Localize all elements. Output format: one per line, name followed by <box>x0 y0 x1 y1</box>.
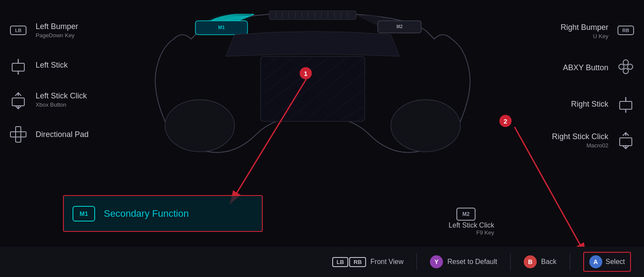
secondary-function-box[interactable]: M1 Secondary Function <box>63 195 263 232</box>
m2-badge: M2 <box>456 208 476 221</box>
select-label: Select <box>606 258 625 266</box>
bottom-bar: LB RB Front View Y Reset to Default B Ba… <box>0 247 644 277</box>
right-stick-item[interactable]: Right Stick <box>562 86 644 122</box>
left-stick-text: Left Stick <box>36 61 68 70</box>
secondary-function-label: Secondary Function <box>104 208 189 219</box>
left-bumper-label: Left Bumper <box>36 22 78 31</box>
dpad-label: Directional Pad <box>36 130 89 139</box>
svg-point-27 <box>165 100 234 152</box>
left-stick-click-icon <box>9 90 28 109</box>
a-button-icon: A <box>589 255 602 268</box>
right-stick-click-icon <box>616 130 635 151</box>
back-label: Back <box>541 258 557 266</box>
left-panel: LB Left Bumper PageDown Key Left Stick <box>0 13 148 152</box>
back-item[interactable]: B Back <box>524 255 557 268</box>
svg-point-28 <box>391 100 460 152</box>
right-bumper-label: Right Bumper <box>561 23 608 32</box>
m1-badge: M1 <box>73 206 95 222</box>
separator-3 <box>570 253 570 270</box>
svg-rect-6 <box>12 98 24 106</box>
right-bumper-text: Right Bumper U Key <box>561 23 608 39</box>
left-stick-item[interactable]: Left Stick <box>0 48 148 82</box>
select-item[interactable]: A Select <box>583 252 631 272</box>
svg-text:M2: M2 <box>396 24 403 29</box>
reset-item[interactable]: Y Reset to Default <box>430 255 497 268</box>
abxy-text: ABXY Button <box>563 63 608 72</box>
dpad-text: Directional Pad <box>36 130 89 139</box>
right-panel: RB Right Bumper U Key ABXY Button <box>496 13 644 159</box>
right-stick-click-sublabel: Macro02 <box>586 142 608 149</box>
left-stick-click-bottom-label: Left Stick Click <box>449 222 494 229</box>
right-stick-click-text: Right Stick Click Macro02 <box>552 132 608 149</box>
right-stick-click-label: Right Stick Click <box>552 132 608 141</box>
left-bumper-icon: LB <box>9 21 28 40</box>
separator-1 <box>416 253 417 270</box>
controller-area: M1 M2 <box>148 4 478 169</box>
lb-badge: LB <box>332 257 348 267</box>
dpad-icon <box>9 125 28 144</box>
left-bumper-item[interactable]: LB Left Bumper PageDown Key <box>0 13 148 48</box>
right-stick-text: Right Stick <box>571 100 608 109</box>
left-stick-click-item[interactable]: Left Stick Click Xbox Button <box>0 82 148 117</box>
right-bumper-icon: RB <box>616 21 635 42</box>
left-stick-icon <box>9 55 28 75</box>
lb-rb-badges: LB RB <box>332 257 366 267</box>
right-stick-icon <box>616 94 635 114</box>
dpad-item[interactable]: Directional Pad <box>0 117 148 152</box>
number-badge-2: 2 <box>499 115 512 127</box>
left-bumper-sublabel: PageDown Key <box>36 32 78 39</box>
svg-point-49 <box>623 68 628 74</box>
abxy-icon <box>616 57 635 78</box>
svg-rect-3 <box>12 63 24 71</box>
svg-rect-54 <box>620 138 632 146</box>
svg-text:LB: LB <box>15 28 22 33</box>
svg-point-47 <box>627 64 633 69</box>
abxy-label: ABXY Button <box>563 63 608 72</box>
front-view-label: Front View <box>370 258 403 266</box>
number-badge-1: 1 <box>300 67 312 79</box>
svg-rect-9 <box>10 132 26 137</box>
left-stick-click-bottom-area: Left Stick Click F9 Key <box>449 222 494 236</box>
right-stick-label: Right Stick <box>571 100 608 109</box>
left-stick-click-label: Left Stick Click <box>36 91 87 101</box>
reset-label: Reset to Default <box>447 258 497 266</box>
svg-text:RB: RB <box>622 28 629 33</box>
b-button-icon: B <box>524 255 537 268</box>
right-stick-click-item[interactable]: Right Stick Click Macro02 <box>543 122 644 159</box>
svg-point-48 <box>619 64 624 69</box>
left-stick-click-sublabel: Xbox Button <box>36 101 87 108</box>
separator-2 <box>510 253 511 270</box>
svg-rect-8 <box>16 127 21 142</box>
svg-rect-51 <box>620 101 632 109</box>
left-stick-click-text: Left Stick Click Xbox Button <box>36 91 87 108</box>
controller-svg: M1 M2 <box>148 4 478 165</box>
svg-rect-29 <box>261 56 365 121</box>
right-bumper-item[interactable]: RB Right Bumper U Key <box>552 13 644 49</box>
abxy-item[interactable]: ABXY Button <box>554 49 644 86</box>
right-bumper-sublabel: U Key <box>593 33 608 39</box>
rb-badge: RB <box>349 257 366 267</box>
svg-point-46 <box>623 60 628 65</box>
left-stick-label: Left Stick <box>36 61 68 70</box>
left-stick-click-bottom-sublabel: F9 Key <box>449 229 494 236</box>
svg-text:M1: M1 <box>218 25 225 30</box>
y-button-icon: Y <box>430 255 443 268</box>
left-bumper-text: Left Bumper PageDown Key <box>36 22 78 39</box>
front-view-item[interactable]: LB RB Front View <box>332 257 403 267</box>
